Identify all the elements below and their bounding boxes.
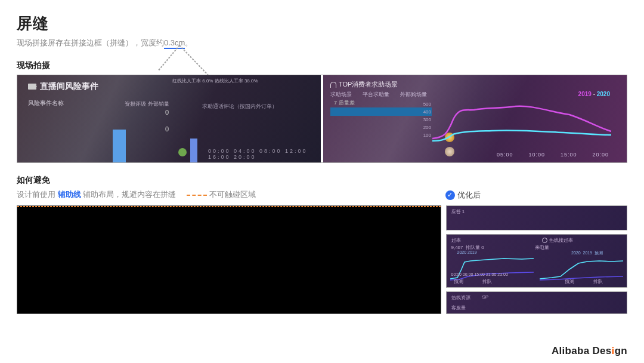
right-cols: 求助场景 平台求助量 外部购场量 (330, 91, 427, 99)
optimized-column: 应答 1 起率 9,467 排队量 0 2020 2019 00:00 06:0… (446, 205, 628, 314)
section-avoid-label: 如何避免 (17, 175, 627, 186)
page-title: 屏缝 (17, 13, 627, 34)
brand-a: Alibaba Des (552, 345, 612, 356)
bar-1 (113, 130, 126, 162)
opt-btn-4: 排队 (593, 278, 603, 285)
opt-sp: SP (482, 294, 489, 300)
grid-hline (17, 207, 441, 207)
opt-value: 9,467 (451, 245, 463, 250)
after-label: 优化后 (457, 190, 481, 199)
list-row (330, 133, 432, 141)
y-axis-nums: 500 400 300 200 100 (423, 100, 431, 139)
opt-ticks: 00:00 06:00 15:00 21:00 23:00 (451, 272, 508, 276)
photo-left-pane: 直播间风险事件 风险事件名称 红线比人工率 6.0% 热线比人工率 38.0% … (17, 75, 321, 162)
opt-pane-bottom: 热线资源 SP 客服量 (446, 291, 628, 314)
y0: 500 (423, 100, 431, 108)
bottom-row: 应答 1 起率 9,467 排队量 0 2020 2019 00:00 06:0… (17, 205, 627, 314)
list-row (330, 124, 432, 133)
grid-box (17, 205, 441, 314)
opt-right-title-text: 热线接起率 (549, 237, 573, 244)
brand-b: gn (615, 345, 627, 356)
bar-2 (190, 139, 197, 162)
opt-btn-1: 预测 (454, 278, 463, 285)
avoid-row: 设计前使用 辅助线 辅助布局，规避内容在拼缝 不可触碰区域 ✓优化后 (17, 189, 627, 201)
mini-chart-right (540, 253, 623, 282)
list-row (330, 116, 432, 124)
opt-pane-main: 起率 9,467 排队量 0 2020 2019 00:00 06:00 15:… (446, 234, 628, 288)
opt-row-lbl2: 客服量 (451, 304, 466, 311)
zero-1: 0 (165, 125, 169, 133)
y4: 100 (423, 131, 431, 139)
opt-row-label: 应答 1 (451, 208, 465, 215)
wave-chart (432, 101, 611, 149)
wave-ticks: 05:00 10:00 15:00 20:00 (497, 152, 609, 158)
dash-tiny: 红线比人工率 6.0% 热线比人工率 38.0% (172, 78, 258, 84)
photo-right-pane: TOP消费者求助场景 求助场景 平台求助量 外部购场量 7 质量差 500 40… (323, 75, 627, 162)
subtitle-text: 现场拼接屏存在拼接边框（拼缝），宽度约 (17, 38, 164, 47)
zero-0: 0 (165, 109, 169, 116)
axis-ticks: 00:00 04:00 08:00 12:00 16:00 20:00 (208, 148, 321, 160)
wave-legend: 2019 - 2020 (578, 91, 610, 97)
subtitle-value: 0.3cm (164, 38, 185, 49)
opt-pane-top: 应答 1 (446, 205, 628, 230)
avoid-text: 设计前使用 辅助线 辅助布局，规避内容在拼缝 不可触碰区域 (17, 189, 441, 200)
t2: 15:00 (561, 152, 577, 158)
dashed-key-icon (187, 195, 207, 196)
col-1: 平台求助量 (363, 91, 389, 99)
opt-right-title: 热线接起率 (542, 237, 573, 244)
dash-cols: 资损评级 外部销量 (125, 100, 169, 108)
brand-label: Alibaba Design (552, 345, 627, 357)
list-row-sel (330, 107, 432, 116)
avoid-pre: 设计前使用 (17, 190, 58, 199)
dash-chart-sub: 求助通话评论（按国内外订单） (202, 103, 277, 110)
page-subtitle: 现场拼接屏存在拼接边框（拼缝），宽度约0.3cm。 (17, 38, 627, 48)
legend-sep: - (592, 91, 597, 97)
opt-row-lbl: 热线资源 (451, 294, 470, 301)
opt-rate: 起率 (451, 237, 461, 244)
opt-staff: 排队量 0 (466, 245, 484, 250)
section-photo-label: 现场拍摄 (17, 60, 627, 71)
y2: 300 (423, 116, 431, 124)
camera-icon (28, 84, 36, 90)
after-label-wrap: ✓优化后 (445, 189, 627, 201)
avoid-zone: 不可触碰区域 (209, 190, 256, 199)
list-row-head: 7 质量差 (330, 99, 432, 107)
avoid-guide: 辅助线 (58, 190, 81, 199)
opt-btn-3: 预测 (565, 278, 574, 285)
col-0: 求助场景 (330, 91, 352, 99)
t0: 05:00 (497, 152, 513, 158)
right-list: 7 质量差 (330, 99, 432, 141)
avatar-dot-icon (178, 148, 187, 156)
y1: 400 (423, 108, 431, 116)
legend-2020: 2020 (597, 91, 610, 97)
opt-sub-right: 来电量 (535, 244, 549, 251)
col-2: 外部购场量 (400, 91, 427, 99)
opt-btn-2: 排队 (482, 278, 492, 285)
y3: 200 (423, 124, 431, 131)
avoid-post: 辅助布局，规避内容在拼缝 (81, 190, 177, 199)
subtitle-tail: 。 (185, 38, 193, 47)
t3: 20:00 (592, 152, 609, 158)
check-icon: ✓ (445, 190, 455, 200)
legend-2019: 2019 (578, 91, 592, 97)
zeros: 0 0 (165, 109, 169, 133)
photo-row: 直播间风险事件 风险事件名称 红线比人工率 6.0% 热线比人工率 38.0% … (17, 75, 627, 163)
t1: 10:00 (528, 152, 545, 158)
